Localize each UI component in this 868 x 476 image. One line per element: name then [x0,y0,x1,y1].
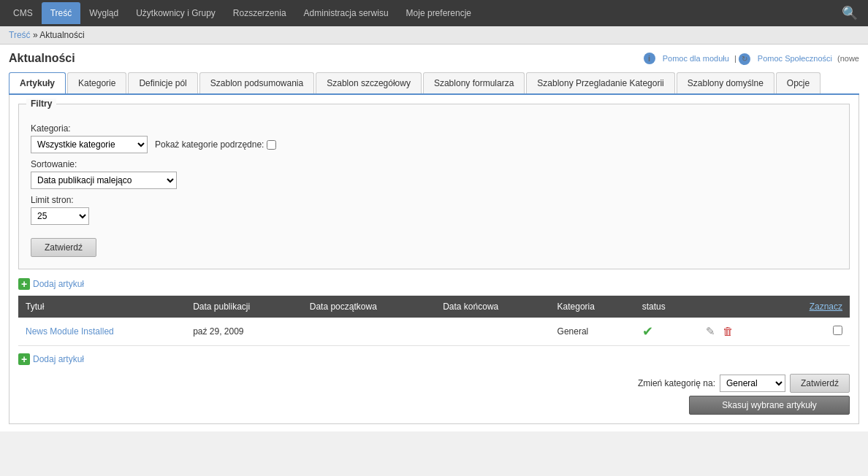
status-active-icon: ✔ [642,324,653,339]
filters-legend: Filtry [26,99,56,109]
kategoria-row: Wszystkie kategorie General Pokaż katego… [31,136,837,153]
table-header-row: Tytuł Data publikacji Data początkowa Da… [18,296,850,318]
breadcrumb: Treść » Aktualności [0,26,868,45]
row-tytul: News Module Installed [18,318,186,346]
kategoria-label: Kategoria: [31,123,837,134]
row-checkbox[interactable] [833,326,842,335]
main-area: Filtry Kategoria: Wszystkie kategorie Ge… [9,95,859,424]
limit-label: Limit stron: [31,195,837,205]
tab-szablony-form[interactable]: Szablony formularza [423,72,525,93]
kategoria-group: Kategoria: Wszystkie kategorie General P… [31,123,837,153]
nav-item-uzytkownicy[interactable]: Użytkownicy i Grupy [127,2,224,24]
help-separator: | [734,54,739,63]
tab-artykuly[interactable]: Artykuły [9,72,66,93]
th-data-pub: Data publikacji [186,296,302,318]
page-title: Aktualności [9,52,75,65]
filters-submit-button[interactable]: Zatwierdź [31,238,96,257]
nav-item-preferencje[interactable]: Moje preferencje [397,2,480,24]
row-checkbox-cell [772,318,850,346]
nav-item-wyglad[interactable]: Wygląd [80,2,127,24]
add-article-bottom-row: + Dodaj artykuł [18,353,84,365]
pokazuj-checkbox[interactable] [267,140,276,150]
add-article-bottom-link[interactable]: + Dodaj artykuł [18,353,84,365]
add-article-top-label: Dodaj artykuł [33,279,84,289]
add-article-top-row: + Dodaj artykuł [18,278,850,290]
kategoria-select[interactable]: Wszystkie kategorie General [31,136,148,153]
tab-szablon-pod[interactable]: Szablon podsumowania [199,72,314,93]
tab-szablony-prze[interactable]: Szablony Przegladanie Kategorii [526,72,674,93]
tabs-container: Artykuły Kategorie Definicje pól Szablon… [9,72,859,95]
tab-szablony-dom[interactable]: Szablony domyślne [677,72,774,93]
row-data-pub: paź 29, 2009 [186,318,302,346]
search-icon[interactable]: 🔍 [836,2,864,24]
help-community-suffix: (nowe [837,54,859,63]
th-status: status [635,296,697,318]
th-actions [696,296,772,318]
th-zaznacz: Zaznacz [772,296,850,318]
table-row: News Module Installed paź 29, 2009 Gener… [18,318,850,346]
sortowanie-label: Sortowanie: [31,159,837,169]
page-header: Aktualności i Pomoc dla modułu | ↻ Pomoc… [9,52,859,65]
edit-icon[interactable]: ✎ [706,325,715,337]
nav-item-tresc[interactable]: Treść [42,2,81,24]
zaznacz-link[interactable]: Zaznacz [810,302,842,312]
row-data-koncowa [435,318,549,346]
th-kategoria: Kategoria [550,296,635,318]
zmien-kategorie-zatwierdz-button[interactable]: Zatwierdź [790,374,850,393]
add-article-bottom-plus-icon: + [18,353,30,365]
row-status: ✔ [635,318,697,346]
row-kategoria: General [550,318,635,346]
breadcrumb-current: Aktualności [39,30,84,40]
help-module-icon: i [644,53,655,64]
limit-group: Limit stron: 25 10 50 100 [31,195,837,225]
zmien-kategorie-label: Zmień kategorię na: [638,378,715,388]
filters-box: Filtry Kategoria: Wszystkie kategorie Ge… [18,104,850,269]
pokazuj-checkbox-label: Pokaż kategorie podrzędne: [155,139,276,150]
row-actions: ✎ 🗑 [696,318,772,346]
sortowanie-select[interactable]: Data publikacji malejąco Data publikacji… [31,172,177,189]
top-navigation: CMS Treść Wygląd Użytkownicy i Grupy Roz… [0,0,868,26]
help-module-link[interactable]: Pomoc dla modułu [663,54,729,63]
tab-definicje[interactable]: Definicje pól [128,72,197,93]
pokazuj-label-text: Pokaż kategorie podrzędne: [155,139,264,150]
help-community-link[interactable]: Pomoc Społeczności [758,54,832,63]
limit-select[interactable]: 25 10 50 100 [31,207,89,225]
delete-icon[interactable]: 🗑 [723,325,734,337]
zmien-kategorie-select[interactable]: General [720,375,785,392]
add-article-top-link[interactable]: + Dodaj artykuł [18,278,84,290]
articles-table: Tytuł Data publikacji Data początkowa Da… [18,296,850,346]
sortowanie-group: Sortowanie: Data publikacji malejąco Dat… [31,159,837,189]
add-article-bottom-label: Dodaj artykuł [33,354,84,364]
th-data-koncowa: Data końcowa [435,296,549,318]
page-content: Aktualności i Pomoc dla modułu | ↻ Pomoc… [0,45,868,431]
nav-item-administracja[interactable]: Administracja serwisu [295,2,397,24]
bottom-actions: + Dodaj artykuł Zmień kategorię na: Gene… [18,353,850,415]
add-article-plus-icon: + [18,278,30,290]
skasuj-button[interactable]: Skasuj wybrane artykuły [689,396,850,415]
tab-kategorie[interactable]: Kategorie [67,72,126,93]
th-data-poczatkowa: Data początkowa [302,296,435,318]
th-tytul: Tytuł [18,296,186,318]
tab-opcje[interactable]: Opcje [776,72,821,93]
bottom-actions-row1: Zmień kategorię na: General Zatwierdź [638,374,850,393]
nav-item-rozszerzenia[interactable]: Rozszerzenia [224,2,295,24]
breadcrumb-separator: » [33,30,39,40]
help-links: i Pomoc dla modułu | ↻ Pomoc Społecznośc… [644,53,859,65]
breadcrumb-parent-link[interactable]: Treść [9,30,31,40]
article-title-link[interactable]: News Module Installed [26,326,114,337]
row-data-poczatkowa [302,318,435,346]
nav-item-cms[interactable]: CMS [4,2,42,24]
help-community-icon: ↻ [739,53,750,65]
tab-szablon-szcz[interactable]: Szablon szczegółowy [316,72,422,93]
